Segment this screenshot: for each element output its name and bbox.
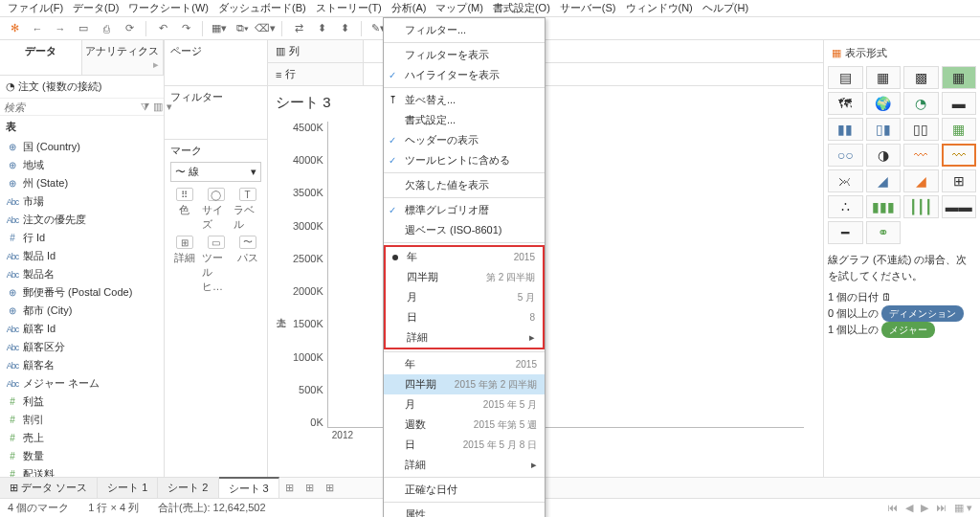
menu-quarter[interactable]: 四半期第 2 四半期 [386, 267, 543, 287]
field-customerid[interactable]: Abc顧客 Id [0, 320, 164, 338]
menu-gregorian[interactable]: ✓標準グレゴリオ暦 [384, 200, 545, 220]
menu-window[interactable]: ウィンドウ(N) [622, 1, 697, 15]
thumb-hbar[interactable]: ▬ [942, 92, 977, 115]
menu-exact-date[interactable]: 正確な日付 [384, 480, 545, 500]
datasource-item[interactable]: ◔ 注文 (複数の接続) [0, 76, 164, 99]
search-icon[interactable]: ▥ [153, 101, 163, 113]
field-profit[interactable]: #利益 [0, 393, 164, 411]
tableau-logo-icon[interactable]: ✻ [6, 20, 23, 37]
redo-icon[interactable]: ↷ [177, 20, 194, 37]
menu-show-missing[interactable]: 欠落した値を表示 [384, 175, 545, 195]
thumb-treemap[interactable]: ▦ [942, 118, 977, 141]
undo-icon[interactable]: ↶ [154, 20, 171, 37]
thumb-packed[interactable]: ⚭ [866, 221, 902, 244]
thumb-bar[interactable]: ▯▯ [903, 118, 939, 141]
sort-desc-icon[interactable]: ⬍ [336, 20, 353, 37]
menu-show-header[interactable]: ✓ヘッダーの表示 [384, 130, 545, 150]
new-story-icon[interactable]: ⊞ [320, 479, 340, 497]
menu-help[interactable]: ヘルプ(H) [699, 1, 752, 15]
menu-month[interactable]: 月5 月 [386, 287, 543, 307]
marks-card[interactable]: マーク 〜 線▾ ⠿色 ◯サイズ Tラベル ⊞詳細 ▭ツールヒ… 〜パス [165, 140, 267, 498]
menu-story[interactable]: ストーリー(T) [312, 1, 386, 15]
label-icon[interactable]: T [239, 188, 256, 201]
menu-server[interactable]: サーバー(S) [556, 1, 620, 15]
pin-icon[interactable]: ▸ [153, 58, 159, 71]
field-region[interactable]: ⊕地域 [0, 156, 164, 174]
pages-card[interactable]: ページ [165, 40, 267, 86]
color-icon[interactable]: ⠿ [176, 188, 193, 201]
thumb-histogram[interactable]: ▮▮▮ [866, 195, 902, 218]
thumb-pie[interactable]: ◔ [903, 92, 939, 115]
thumb-dualcomb[interactable]: ⊞ [942, 169, 977, 192]
field-customername[interactable]: Abc顧客名 [0, 356, 164, 374]
menu-week-trunc[interactable]: 週数2015 年第 5 週 [384, 415, 545, 435]
tab-sheet2[interactable]: シート 2 [158, 478, 218, 498]
swap-icon[interactable]: ⇄ [290, 20, 307, 37]
back-icon[interactable]: ← [29, 20, 46, 37]
field-segment[interactable]: Abc顧客区分 [0, 338, 164, 356]
new-datasource-icon[interactable]: ⎙ [98, 20, 115, 37]
thumb-highlight[interactable]: ▩ [903, 66, 939, 89]
thumb-gantt[interactable]: ▬▬ [942, 195, 977, 218]
new-dashboard-icon[interactable]: ⊞ [300, 479, 320, 497]
field-productname[interactable]: Abc製品名 [0, 265, 164, 283]
menu-analysis[interactable]: 分析(A) [388, 1, 431, 15]
menu-detail-trunc[interactable]: 詳細▸ [384, 455, 545, 475]
nav-first-icon[interactable]: ⏮ [887, 502, 898, 514]
menu-sort[interactable]: ⤒並べ替え... [384, 90, 545, 110]
nav-last-icon[interactable]: ⏭ [936, 502, 947, 514]
menu-dashboard[interactable]: ダッシュボード(B) [214, 1, 310, 15]
sheet-title[interactable]: シート 3 [268, 86, 823, 118]
menu-include-tooltip[interactable]: ✓ツールヒントに含める [384, 150, 545, 170]
menu-file[interactable]: ファイル(F) [4, 1, 67, 15]
filter-icon[interactable]: ⧩ [141, 101, 149, 113]
tab-analytics[interactable]: アナリティクス▸ [82, 40, 165, 75]
menu-show-highlighter[interactable]: ✓ハイライターを表示 [384, 65, 545, 85]
tab-sheet3[interactable]: シート 3 [219, 477, 279, 499]
menu-quarter-trunc[interactable]: 四半期2015 年第 2 四半期 [384, 374, 545, 394]
thumb-scatter[interactable]: ∴ [828, 195, 863, 218]
tab-sheet1[interactable]: シート 1 [98, 478, 158, 498]
new-sheet-icon[interactable]: ▦▾ [211, 20, 228, 37]
menu-filter[interactable]: フィルター... [384, 20, 545, 40]
menu-format[interactable]: 書式設定(O) [489, 1, 554, 15]
thumb-area-cont[interactable]: ◢ [866, 169, 902, 192]
tooltip-icon[interactable]: ▭ [208, 236, 225, 249]
field-country[interactable]: ⊕国 (Country) [0, 138, 164, 156]
field-quantity[interactable]: #数量 [0, 447, 164, 465]
menu-data[interactable]: データ(D) [69, 1, 122, 15]
menu-worksheet[interactable]: ワークシート(W) [124, 1, 212, 15]
thumb-sideview[interactable]: ◑ [866, 144, 902, 167]
view-grid-icon[interactable]: ▦ ▾ [954, 502, 972, 514]
field-city[interactable]: ⊕都市 (City) [0, 302, 164, 320]
thumb-filledmap[interactable]: 🌍 [866, 92, 902, 115]
field-measurenames[interactable]: Abcメジャー ネーム [0, 374, 164, 393]
menu-attribute[interactable]: 属性 [384, 505, 545, 517]
mark-type-select[interactable]: 〜 線▾ [170, 162, 261, 182]
sort-asc-icon[interactable]: ⬍ [313, 20, 330, 37]
save-icon[interactable]: ▭ [75, 20, 92, 37]
thumb-line-disc[interactable]: 〰 [942, 144, 977, 167]
path-icon[interactable]: 〜 [239, 236, 256, 249]
forward-icon[interactable]: → [52, 20, 69, 37]
field-postalcode[interactable]: ⊕郵便番号 (Postal Code) [0, 283, 164, 302]
thumb-stackbar[interactable]: ▮▮ [828, 118, 863, 141]
size-icon[interactable]: ◯ [208, 188, 225, 201]
thumb-sidebar[interactable]: ▯▮ [866, 118, 902, 141]
thumb-area-disc[interactable]: ◢ [903, 169, 939, 192]
thumb-crosstab[interactable]: ▦ [942, 66, 977, 89]
y-axis[interactable]: 4500K4000K3500K3000K2500K2000K1500K1000K… [289, 122, 327, 428]
menu-show-filter[interactable]: フィルターを表示 [384, 45, 545, 65]
duplicate-icon[interactable]: ⧉▾ [234, 20, 251, 37]
filters-card[interactable]: フィルター [165, 86, 267, 140]
menu-detail[interactable]: 詳細▸ [386, 327, 543, 348]
fields-list[interactable]: ⊕国 (Country) ⊕地域 ⊕州 (State) Abc市場 Abc注文の… [0, 138, 164, 498]
field-sales[interactable]: #売上 [0, 429, 164, 447]
thumb-heatmap[interactable]: ▦ [866, 66, 902, 89]
menu-year[interactable]: 年2015 [386, 247, 543, 267]
thumb-dualline[interactable]: ⩙ [828, 169, 863, 192]
clear-icon[interactable]: ⌫▾ [256, 20, 274, 37]
menu-day[interactable]: 日8 [386, 307, 543, 327]
tab-datasource[interactable]: ⊞ データ ソース [0, 478, 98, 498]
thumb-bullet[interactable]: ━ [828, 221, 863, 244]
